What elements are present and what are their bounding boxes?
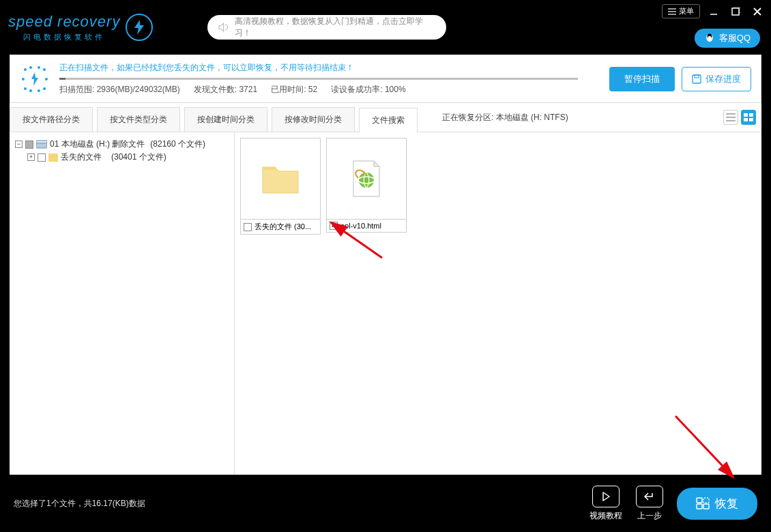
grid-view-toggle[interactable] [741, 110, 756, 125]
collapse-icon[interactable]: − [15, 141, 23, 148]
tile2-label: epl-v10.html [340, 222, 381, 230]
tutorial-link[interactable]: 高清视频教程，数据恢复从入门到精通，点击立即学习！ [207, 15, 446, 40]
filter-tabs: 按文件路径分类 按文件类型分类 按创建时间分类 按修改时间分类 文件搜索 正在恢… [10, 103, 761, 132]
root-checkbox[interactable] [25, 141, 33, 149]
tab-by-path[interactable]: 按文件路径分类 [10, 107, 93, 132]
main-content: − 01 本地磁盘 (H:) 删除文件 (82160 个文件) + 丢失的文件 … [10, 132, 761, 476]
tab-by-create-time[interactable]: 按创建时间分类 [184, 107, 267, 132]
child-label: 丢失的文件 [61, 151, 102, 163]
pause-scan-button[interactable]: 暂停扫描 [609, 67, 675, 91]
tree-root[interactable]: − 01 本地磁盘 (H:) 删除文件 (82160 个文件) [15, 138, 229, 151]
svg-rect-0 [732, 8, 739, 15]
tutorial-text: 高清视频教程，数据恢复从入门到精通，点击立即学习！ [235, 16, 437, 39]
svg-point-11 [29, 89, 32, 92]
title-bar: speed recovery 闪电数据恢复软件 高清视频教程，数据恢复从入门到精… [0, 0, 771, 55]
scan-info: 正在扫描文件，如果已经找到您丢失的文件，可以立即恢复，不用等待扫描结束！ 扫描范… [59, 62, 600, 95]
app-logo: speed recovery 闪电数据恢复软件 [8, 13, 153, 42]
folder-icon [261, 163, 300, 194]
selection-status: 您选择了1个文件，共16.17(KB)数据 [14, 498, 145, 509]
svg-point-13 [43, 87, 46, 90]
svg-point-7 [43, 68, 46, 71]
save-progress-button[interactable]: 保存进度 [682, 67, 751, 91]
svg-point-6 [38, 66, 40, 69]
recover-button[interactable]: 恢复 [677, 488, 757, 520]
brand-main: speed recovery [8, 13, 120, 30]
minimize-button[interactable] [705, 5, 722, 18]
close-button[interactable] [749, 5, 766, 18]
tab-by-type[interactable]: 按文件类型分类 [97, 107, 180, 132]
svg-point-9 [45, 78, 48, 80]
svg-point-4 [24, 68, 27, 71]
hamburger-icon [668, 8, 676, 15]
svg-rect-14 [693, 75, 701, 83]
svg-rect-19 [749, 118, 753, 121]
svg-rect-24 [697, 498, 702, 503]
svg-point-10 [24, 87, 27, 90]
drive-icon [36, 140, 47, 149]
found-count: 3721 [239, 85, 257, 94]
back-button[interactable]: 上一步 [636, 486, 663, 522]
child-count: (30401 个文件) [111, 151, 166, 163]
svg-point-3 [708, 36, 711, 41]
svg-rect-27 [703, 498, 709, 503]
root-count: (82160 个文件) [150, 138, 205, 150]
menu-button[interactable]: 菜单 [662, 4, 700, 18]
expand-icon[interactable]: + [27, 153, 35, 161]
root-label: 01 本地磁盘 (H:) 删除文件 [50, 138, 145, 150]
svg-rect-25 [697, 504, 702, 509]
svg-rect-18 [744, 118, 748, 121]
recover-icon [696, 497, 710, 509]
svg-rect-16 [744, 113, 748, 117]
qq-icon [704, 33, 715, 44]
svg-point-12 [38, 89, 40, 92]
child-checkbox[interactable] [38, 153, 46, 162]
file-tile-html[interactable]: epl-v10.html [326, 138, 407, 233]
support-qq-button[interactable]: 客服QQ [695, 29, 760, 48]
scan-message: 正在扫描文件，如果已经找到您丢失的文件，可以立即恢复，不用等待扫描结束！ [59, 62, 600, 74]
save-icon [692, 74, 701, 84]
elapsed-time: 52 [308, 85, 317, 94]
svg-rect-21 [36, 141, 47, 143]
scan-range: 2936(MB)/249032(MB) [97, 85, 180, 94]
folder-icon [48, 153, 58, 162]
list-view-toggle[interactable] [723, 110, 738, 125]
speaker-icon [217, 21, 229, 33]
play-icon [600, 490, 612, 503]
tab-file-search[interactable]: 文件搜索 [359, 108, 418, 132]
bolt-icon [126, 14, 153, 41]
partition-label: 正在恢复分区: 本地磁盘 (H: NTFS) [442, 112, 568, 123]
file-tile-folder[interactable]: 丢失的文件 (30... [240, 138, 321, 235]
tree-child[interactable]: + 丢失的文件 (30401 个文件) [27, 151, 229, 164]
maximize-button[interactable] [727, 5, 744, 18]
brand-sub: 闪电数据恢复软件 [8, 32, 120, 42]
svg-point-5 [29, 66, 32, 69]
tab-by-modify-time[interactable]: 按修改时间分类 [272, 107, 355, 132]
window-controls: 菜单 [662, 4, 766, 18]
tile2-checkbox[interactable] [330, 222, 338, 230]
file-grid: 丢失的文件 (30... epl-v10.html [235, 132, 761, 476]
scanning-icon [20, 64, 50, 94]
bottom-bar: 您选择了1个文件，共16.17(KB)数据 视频教程 上一步 恢复 [0, 475, 771, 532]
scan-status-panel: 正在扫描文件，如果已经找到您丢失的文件，可以立即恢复，不用等待扫描结束！ 扫描范… [10, 55, 761, 103]
success-rate: 100% [385, 85, 406, 94]
tile1-label: 丢失的文件 (30... [254, 222, 311, 232]
scan-progress [59, 78, 578, 80]
tree-panel: − 01 本地磁盘 (H:) 删除文件 (82160 个文件) + 丢失的文件 … [10, 132, 235, 476]
svg-point-8 [22, 78, 25, 80]
tile1-checkbox[interactable] [244, 223, 252, 231]
svg-rect-17 [749, 113, 753, 117]
html-file-icon [349, 160, 383, 198]
svg-rect-26 [703, 504, 709, 509]
back-icon [643, 491, 656, 502]
video-tutorial-button[interactable]: 视频教程 [590, 486, 622, 522]
